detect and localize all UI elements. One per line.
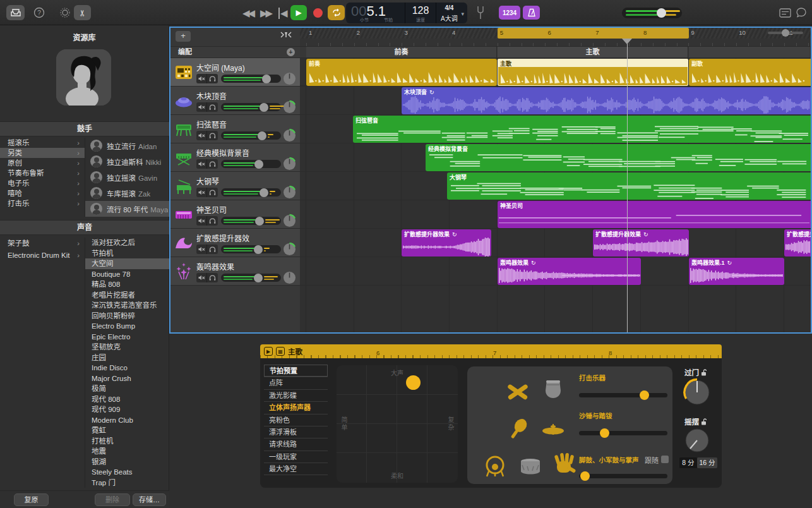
preset-item[interactable]: 最大净空 [264,463,328,475]
drummer-item[interactable]: 独立摇滚Gavin [85,169,169,185]
track-volume-slider[interactable] [221,103,281,111]
preset-item[interactable]: 激光影碟 [264,389,328,401]
sound-item[interactable]: 霓虹 [85,425,169,436]
preset-item[interactable]: 一级玩家 [264,451,328,463]
track-header-4[interactable]: 经典模拟背景音 [170,143,300,172]
region-chorus[interactable]: 副歌 [689,59,811,86]
hand-icon[interactable] [552,452,580,480]
fills-knob[interactable] [682,377,712,409]
drummer-item[interactable]: 独立流行Aidan [85,138,169,154]
sound-item[interactable]: Modern Club [85,415,169,426]
stop-button[interactable]: ◀ [278,8,288,19]
mute-button[interactable] [196,74,207,83]
preset-item[interactable]: 点阵 [264,377,328,389]
sound-item[interactable]: 老唱片挖掘者 [85,290,169,301]
region-boomer-2[interactable]: 轰鸣器效果.1↻ [689,258,784,285]
sixteenth-note-button[interactable]: 16 分 [697,457,717,468]
zoom-slider[interactable] [768,32,803,34]
quick-help-icon[interactable] [796,7,807,18]
follow-checkbox[interactable] [661,456,669,463]
tuner-icon[interactable] [475,6,486,20]
region-piano[interactable]: 大钢琴 [447,172,811,200]
add-track-button[interactable]: + [176,31,191,42]
solo-headphones-button[interactable] [207,245,218,254]
sound-category-item[interactable]: 架子鼓› [0,238,85,250]
track-pan-knob[interactable] [282,128,297,143]
track-volume-slider[interactable] [221,75,281,83]
track-header-6[interactable]: 神圣贝司 [170,200,300,229]
preset-item[interactable]: 漂浮滑板 [264,426,328,438]
solo-headphones-button[interactable] [207,273,218,282]
track-volume-slider[interactable] [221,274,281,282]
solo-headphones-button[interactable] [207,216,218,226]
sound-item[interactable]: 精品 808 [85,279,169,290]
track-volume-slider[interactable] [221,131,281,140]
sound-item[interactable]: 现代 808 [85,394,169,405]
gong-icon[interactable] [481,452,509,480]
library-toggle-button[interactable] [6,5,25,20]
editor-grid-icon[interactable]: ▦ [276,347,285,356]
sound-item[interactable]: 派对狂欢之后 [85,238,169,248]
sound-item[interactable]: Major Crush [85,373,169,384]
genre-item[interactable]: 摇滚乐› [0,138,85,148]
xy-pad-puck[interactable] [406,375,421,390]
sound-item[interactable]: 庄园 [85,353,169,363]
notepad-icon[interactable] [779,8,791,18]
track-header-5[interactable]: 大钢琴 [170,172,300,200]
mute-button[interactable] [196,131,207,140]
track-volume-slider[interactable] [221,160,281,168]
track-pan-knob[interactable] [282,185,297,200]
eighth-note-button[interactable]: 8 分 [679,457,697,468]
track-pan-knob[interactable] [282,71,297,86]
lcd-display[interactable]: 005.1 小节 节拍 128 速度 4/4 A大调 ▾ [346,3,467,23]
master-volume-slider[interactable] [622,8,682,18]
metronome-button[interactable] [523,6,540,20]
ruler-beats[interactable] [300,39,811,47]
sound-item[interactable]: 回响贝斯粉碎 [85,311,169,322]
editor-region-bar[interactable]: ▶ ▦ 主歌 6 7 8 [260,344,722,358]
playhead[interactable] [627,39,628,332]
conga-icon[interactable] [539,377,567,404]
add-arrangement-icon[interactable]: + [287,48,295,56]
track-volume-slider[interactable] [221,245,281,253]
track-header-1[interactable]: 大空间 (Maya) [170,58,300,87]
cut-tool-button[interactable]: ✂ [74,5,91,20]
preset-item[interactable]: 立体声扬声器 [264,401,328,413]
record-button[interactable] [313,8,323,18]
track-pan-knob[interactable] [282,100,297,114]
preset-item[interactable]: 亮粉色 [264,414,328,426]
sound-item[interactable]: 节拍机 [85,248,169,259]
save-button[interactable]: 存储… [133,493,166,506]
region-intro[interactable]: 前奏 [306,59,497,86]
brightness-icon[interactable] [59,7,71,18]
forward-button[interactable]: ▶▶ [260,8,271,19]
xy-pad[interactable]: 大声 柔和 简单 复杂 [337,365,458,483]
swing-knob[interactable] [683,426,711,456]
region-analog[interactable]: 经典模拟背景音 [426,144,811,171]
sound-item[interactable]: 深沉铁克诺浩室音乐 [85,300,169,311]
sound-category-item[interactable]: Electronic Drum Kit› [0,250,85,262]
sound-item[interactable]: Electro Bump [85,321,169,332]
drummer-item[interactable]: 车库摇滚Zak [85,185,169,201]
arrangement-track-header[interactable]: 编配+ [170,47,300,58]
region-boomer-1[interactable]: 轰鸣器效果↻ [498,258,641,285]
arrangement-section-3[interactable] [689,47,811,57]
sound-item[interactable]: 现代 909 [85,404,169,415]
cycle-button[interactable] [328,5,345,20]
region-riser-2[interactable]: 扩散感提升器效果↻ [593,229,689,257]
track-pan-knob[interactable] [282,270,297,285]
sound-item[interactable]: Steely Beats [85,467,169,478]
drummer-item[interactable]: 流行 80 年代Maya [85,201,169,217]
mute-button[interactable] [196,216,207,226]
sound-item[interactable]: 坚韧放克 [85,342,169,353]
playhead-handle[interactable] [622,39,632,49]
region-riser-3[interactable]: 扩散感提升 [784,229,811,257]
sound-item[interactable]: Trap 门 [85,478,169,488]
solo-headphones-button[interactable] [207,74,218,83]
region-woodblock[interactable]: 木块顶音↻ [402,87,811,114]
help-icon[interactable]: ? [33,7,45,18]
solo-headphones-button[interactable] [207,188,218,197]
count-in-button[interactable]: 1234 [499,6,520,20]
cycle-region[interactable] [498,28,689,39]
genre-item[interactable]: 打击乐› [0,198,85,209]
